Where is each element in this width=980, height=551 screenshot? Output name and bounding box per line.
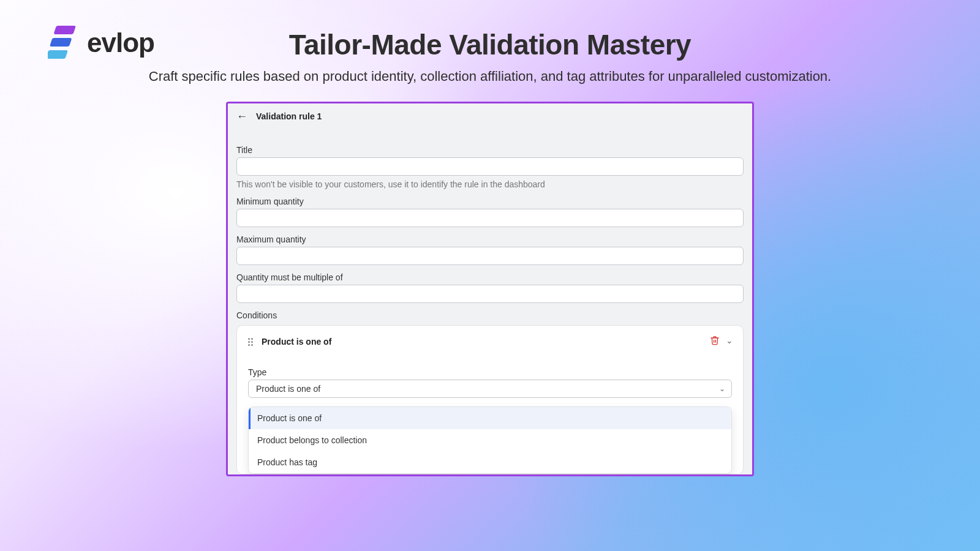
drag-handle-icon[interactable]	[248, 338, 255, 345]
multiple-of-label: Quantity must be multiple of	[236, 272, 744, 282]
page-subheadline: Craft specific rules based on product id…	[0, 69, 980, 84]
condition-title: Product is one of	[262, 337, 331, 347]
type-label: Type	[248, 367, 732, 377]
condition-card: Product is one of ⌄ Type Product is one …	[236, 325, 744, 474]
max-qty-label: Maximum quantity	[236, 234, 744, 244]
page-headline: Tailor-Made Validation Mastery	[0, 28, 980, 61]
type-dropdown: Product is one of Product belongs to col…	[248, 407, 732, 474]
type-select-value: Product is one of	[256, 384, 320, 394]
title-label: Title	[236, 145, 744, 155]
type-select[interactable]: Product is one of ⌄	[248, 380, 732, 398]
max-qty-input[interactable]	[236, 247, 744, 265]
back-arrow-icon[interactable]: ←	[236, 111, 247, 122]
multiple-of-input[interactable]	[236, 285, 744, 303]
panel-header: ← Validation rule 1	[228, 103, 752, 128]
panel-title: Validation rule 1	[256, 111, 322, 121]
conditions-label: Conditions	[236, 310, 744, 320]
delete-condition-button[interactable]	[710, 335, 720, 345]
title-input[interactable]	[236, 157, 744, 176]
min-qty-input[interactable]	[236, 209, 744, 227]
type-option-product-belongs-to-collection[interactable]: Product belongs to collection	[249, 429, 731, 451]
min-qty-label: Minimum quantity	[236, 197, 744, 206]
chevron-down-icon: ⌄	[719, 384, 725, 393]
title-help-text: This won't be visible to your customers,…	[236, 179, 744, 189]
form-body: Title This won't be visible to your cust…	[228, 128, 752, 476]
type-option-product-has-tag[interactable]: Product has tag	[249, 451, 731, 473]
chevron-down-icon[interactable]: ⌄	[726, 335, 733, 345]
type-option-product-is-one-of[interactable]: Product is one of	[249, 407, 731, 429]
condition-actions: ⌄	[710, 335, 733, 345]
validation-rule-panel: ← Validation rule 1 Title This won't be …	[226, 102, 754, 476]
condition-header: Product is one of	[248, 337, 732, 347]
